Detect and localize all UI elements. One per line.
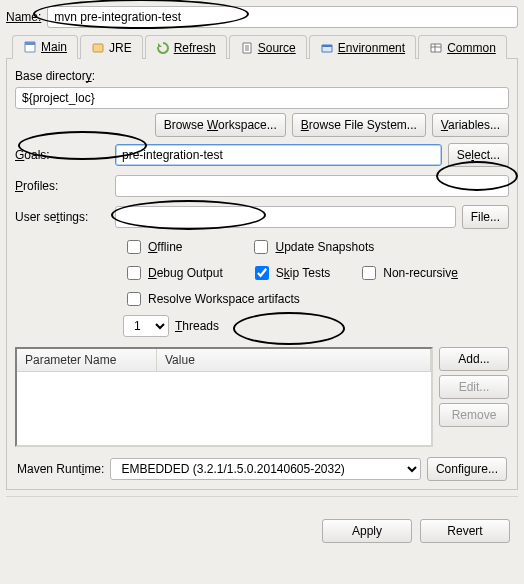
user-settings-label: User settings: (15, 210, 115, 224)
profiles-input[interactable] (115, 175, 509, 197)
tab-source-label: Source (258, 41, 296, 55)
skip-tests-checkbox[interactable]: Skip Tests (251, 263, 330, 283)
resolve-ws-label: Resolve Workspace artifacts (148, 292, 300, 306)
tab-common[interactable]: Common (418, 35, 507, 59)
tab-jre-label: JRE (109, 41, 132, 55)
tab-environment-label: Environment (338, 41, 405, 55)
goals-label: Goals: (15, 148, 115, 162)
jre-icon (91, 41, 105, 55)
tab-refresh-label: Refresh (174, 41, 216, 55)
resolve-ws-checkbox-box[interactable] (127, 292, 141, 306)
non-recursive-checkbox-box[interactable] (362, 266, 376, 280)
params-table[interactable]: Parameter Name Value (15, 347, 433, 447)
threads-select[interactable]: 1 (123, 315, 169, 337)
user-settings-file-button[interactable]: File... (462, 205, 509, 229)
threads-label: Threads (175, 319, 219, 333)
browse-workspace-button[interactable]: Browse Workspace... (155, 113, 286, 137)
base-dir-label: Base directory: (15, 69, 509, 83)
separator (6, 496, 518, 497)
main-icon (23, 40, 37, 54)
svg-rect-6 (431, 44, 441, 52)
apply-button[interactable]: Apply (322, 519, 412, 543)
tab-jre[interactable]: JRE (80, 35, 143, 59)
debug-output-checkbox[interactable]: Debug Output (123, 263, 223, 283)
maven-runtime-label: Maven Runtime: (17, 462, 104, 476)
resolve-ws-checkbox[interactable]: Resolve Workspace artifacts (123, 289, 300, 309)
tab-main-label: Main (41, 40, 67, 54)
offline-label: Offline (148, 240, 182, 254)
update-snapshots-label: Update Snapshots (275, 240, 374, 254)
debug-output-checkbox-box[interactable] (127, 266, 141, 280)
params-edit-button: Edit... (439, 375, 509, 399)
user-settings-input[interactable] (115, 206, 456, 228)
params-col-name: Parameter Name (17, 349, 157, 371)
base-dir-input[interactable] (15, 87, 509, 109)
non-recursive-checkbox[interactable]: Non-recursive (358, 263, 458, 283)
offline-checkbox-box[interactable] (127, 240, 141, 254)
tab-main[interactable]: Main (12, 35, 78, 59)
svg-rect-5 (322, 45, 332, 47)
environment-icon (320, 41, 334, 55)
debug-output-label: Debug Output (148, 266, 223, 280)
name-label: Name: (6, 10, 41, 24)
params-add-button[interactable]: Add... (439, 347, 509, 371)
params-remove-button: Remove (439, 403, 509, 427)
refresh-icon (156, 41, 170, 55)
non-recursive-label: Non-recursive (383, 266, 458, 280)
tab-row: Main JRE Refresh Source Environment Comm… (6, 34, 518, 59)
skip-tests-label: Skip Tests (276, 266, 330, 280)
browse-filesystem-button[interactable]: Browse File System... (292, 113, 426, 137)
common-icon (429, 41, 443, 55)
tab-refresh[interactable]: Refresh (145, 35, 227, 59)
goals-select-button[interactable]: Select... (448, 143, 509, 167)
profiles-label: Profiles: (15, 179, 115, 193)
offline-checkbox[interactable]: Offline (123, 237, 182, 257)
maven-runtime-select[interactable]: EMBEDDED (3.2.1/1.5.0.20140605-2032) (110, 458, 421, 480)
variables-button[interactable]: Variables... (432, 113, 509, 137)
tab-common-label: Common (447, 41, 496, 55)
tab-environment[interactable]: Environment (309, 35, 416, 59)
configure-button[interactable]: Configure... (427, 457, 507, 481)
params-col-value: Value (157, 349, 431, 371)
source-icon (240, 41, 254, 55)
tab-source[interactable]: Source (229, 35, 307, 59)
name-input[interactable] (47, 6, 518, 28)
goals-input[interactable] (115, 144, 442, 166)
update-snapshots-checkbox-box[interactable] (254, 240, 268, 254)
svg-rect-1 (25, 42, 35, 45)
skip-tests-checkbox-box[interactable] (255, 266, 269, 280)
revert-button[interactable]: Revert (420, 519, 510, 543)
svg-rect-2 (93, 44, 103, 52)
update-snapshots-checkbox[interactable]: Update Snapshots (250, 237, 374, 257)
